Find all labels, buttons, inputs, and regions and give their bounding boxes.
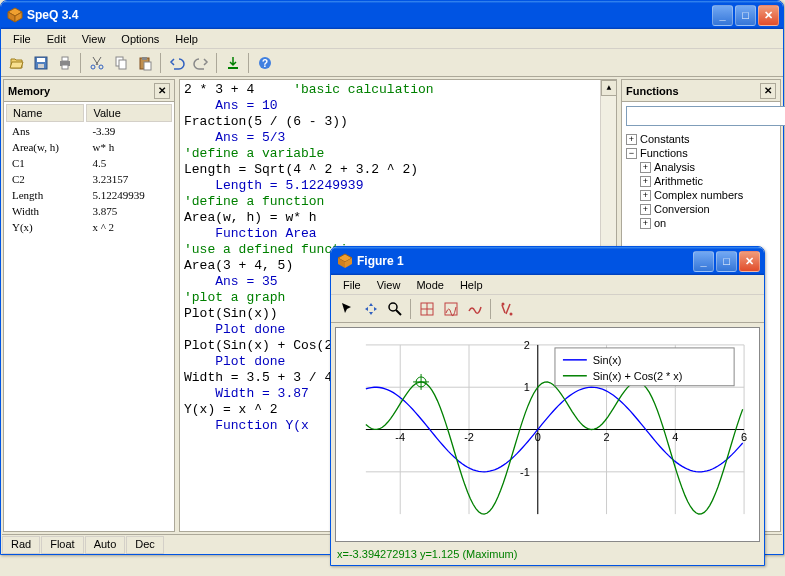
figure-minimize-button[interactable]: _ [693, 251, 714, 272]
main-titlebar[interactable]: SpeQ 3.4 _ □ ✕ [1, 1, 783, 29]
table-row[interactable]: C14.5 [6, 156, 172, 170]
svg-rect-8 [62, 65, 68, 69]
redo-icon[interactable] [189, 51, 212, 74]
execute-icon[interactable] [221, 51, 244, 74]
table-row[interactable]: Width3.875 [6, 204, 172, 218]
mem-name: C2 [6, 172, 84, 186]
table-row[interactable]: Length5.12249939 [6, 188, 172, 202]
tree-expand-icon[interactable]: + [640, 190, 651, 201]
axes-icon[interactable] [439, 297, 462, 320]
scroll-up-icon[interactable]: ▲ [601, 80, 617, 96]
tree-item[interactable]: +Arithmetic [640, 174, 776, 188]
main-title: SpeQ 3.4 [27, 8, 712, 22]
functions-tree: +Constants−Functions+Analysis+Arithmetic… [622, 130, 780, 232]
editor-line: 'define a variable [184, 146, 612, 162]
svg-text:4: 4 [672, 431, 678, 443]
grid-icon[interactable] [415, 297, 438, 320]
figure-close-button[interactable]: ✕ [739, 251, 760, 272]
mem-value: 5.12249939 [86, 188, 172, 202]
svg-text:1: 1 [524, 381, 530, 393]
minimize-button[interactable]: _ [712, 5, 733, 26]
tree-item[interactable]: +Analysis [640, 160, 776, 174]
close-button[interactable]: ✕ [758, 5, 779, 26]
cut-icon[interactable] [85, 51, 108, 74]
figure-title: Figure 1 [357, 254, 693, 268]
tree-expand-icon[interactable]: + [626, 134, 637, 145]
status-auto[interactable]: Auto [85, 536, 126, 554]
svg-text:Sin(x) + Cos(2 * x): Sin(x) + Cos(2 * x) [593, 370, 683, 382]
memory-col-name[interactable]: Name [6, 104, 84, 122]
zoom-icon[interactable] [383, 297, 406, 320]
tree-item[interactable]: +Complex numbers [640, 188, 776, 202]
editor-line: 'define a function [184, 194, 612, 210]
menu-edit[interactable]: Edit [39, 31, 74, 47]
figure-icon [337, 253, 353, 269]
functions-close-icon[interactable]: ✕ [760, 83, 776, 99]
plot-area[interactable]: -4-20246-112Sin(x)Sin(x) + Cos(2 * x) [335, 327, 760, 542]
tree-expand-icon[interactable]: + [640, 162, 651, 173]
menu-options[interactable]: Options [113, 31, 167, 47]
table-row[interactable]: Area(w, h)w* h [6, 140, 172, 154]
menu-file[interactable]: File [5, 31, 39, 47]
editor-line: Ans = 10 [184, 98, 612, 114]
status-angle[interactable]: Rad [2, 536, 40, 554]
tree-expand-icon[interactable]: + [640, 176, 651, 187]
editor-line: Ans = 5/3 [184, 130, 612, 146]
mem-value: w* h [86, 140, 172, 154]
mem-name: Length [6, 188, 84, 202]
status-float[interactable]: Float [41, 536, 83, 554]
tree-label: Complex numbers [654, 189, 743, 201]
pan-icon[interactable] [359, 297, 382, 320]
tree-item[interactable]: +Constants [626, 132, 776, 146]
search-input[interactable] [626, 106, 785, 126]
tree-expand-icon[interactable]: + [640, 218, 651, 229]
save-icon[interactable] [29, 51, 52, 74]
figure-titlebar[interactable]: Figure 1 _ □ ✕ [331, 247, 764, 275]
tree-item[interactable]: +on [640, 216, 776, 230]
figure-menu-help[interactable]: Help [452, 277, 491, 293]
svg-rect-4 [37, 58, 45, 62]
table-row[interactable]: Y(x)x ^ 2 [6, 220, 172, 234]
tree-item[interactable]: +Conversion [640, 202, 776, 216]
menu-view[interactable]: View [74, 31, 114, 47]
main-menubar: File Edit View Options Help [1, 29, 783, 49]
table-row[interactable]: C23.23157 [6, 172, 172, 186]
figure-menubar: File View Mode Help [331, 275, 764, 295]
memory-col-value[interactable]: Value [86, 104, 172, 122]
svg-text:Sin(x): Sin(x) [593, 354, 622, 366]
table-row[interactable]: Ans-3.39 [6, 124, 172, 138]
editor-line: Fraction(5 / (6 - 3)) [184, 114, 612, 130]
help-icon[interactable]: ? [253, 51, 276, 74]
memory-close-icon[interactable]: ✕ [154, 83, 170, 99]
svg-line-23 [396, 310, 401, 315]
figure-maximize-button[interactable]: □ [716, 251, 737, 272]
print-icon[interactable] [53, 51, 76, 74]
figure-menu-mode[interactable]: Mode [408, 277, 452, 293]
tree-label: Conversion [654, 203, 710, 215]
tree-item[interactable]: −Functions [626, 146, 776, 160]
svg-text:2: 2 [524, 339, 530, 351]
svg-rect-5 [38, 64, 44, 68]
tree-label: Arithmetic [654, 175, 703, 187]
editor-line: Area(w, h) = w* h [184, 210, 612, 226]
copy-icon[interactable] [109, 51, 132, 74]
trace-icon[interactable] [463, 297, 486, 320]
tree-expand-icon[interactable]: − [626, 148, 637, 159]
main-toolbar: ? [1, 49, 783, 77]
maximize-button[interactable]: □ [735, 5, 756, 26]
menu-help[interactable]: Help [167, 31, 206, 47]
paste-icon[interactable] [133, 51, 156, 74]
status-dec[interactable]: Dec [126, 536, 164, 554]
mem-value: 4.5 [86, 156, 172, 170]
svg-rect-16 [228, 67, 238, 69]
pointer-icon[interactable] [335, 297, 358, 320]
settings-icon[interactable] [495, 297, 518, 320]
mem-value: 3.23157 [86, 172, 172, 186]
figure-menu-view[interactable]: View [369, 277, 409, 293]
tree-expand-icon[interactable]: + [640, 204, 651, 215]
undo-icon[interactable] [165, 51, 188, 74]
mem-name: C1 [6, 156, 84, 170]
figure-menu-file[interactable]: File [335, 277, 369, 293]
open-icon[interactable] [5, 51, 28, 74]
svg-text:-2: -2 [464, 431, 474, 443]
